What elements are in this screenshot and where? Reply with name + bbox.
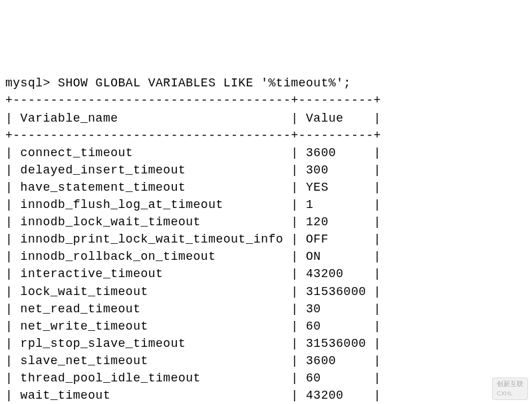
mysql-terminal-output: mysql> SHOW GLOBAL VARIABLES LIKE '%time…	[5, 74, 527, 404]
watermark-brand: 创新互联	[497, 380, 523, 387]
watermark-badge: 创新互联 CXHL	[492, 377, 528, 400]
watermark-sub: CXHL	[497, 389, 523, 398]
